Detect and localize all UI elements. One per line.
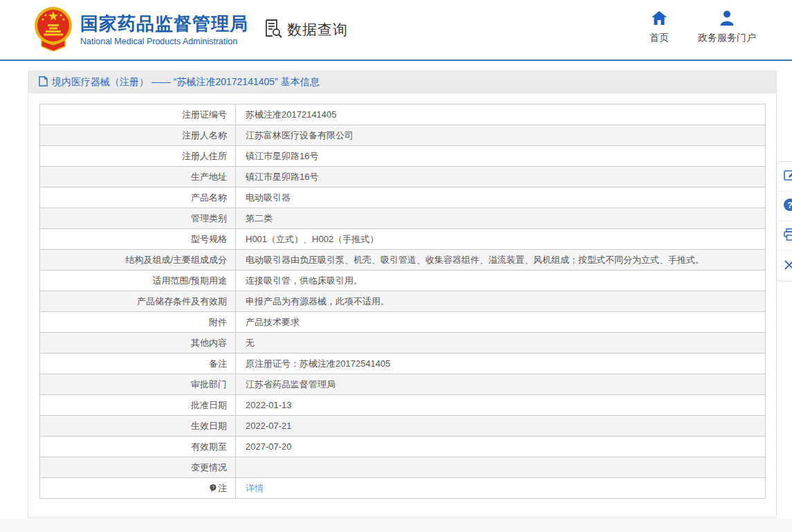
- data-query-label: 数据查询: [287, 20, 348, 39]
- table-row: 注册人名称 江苏富林医疗设备有限公司: [40, 125, 766, 146]
- data-query-title: 数据查询: [263, 18, 348, 42]
- table-row: 注册人住所 镇江市星卯路16号: [40, 146, 766, 167]
- field-label: 其他内容: [40, 333, 236, 354]
- field-value: 镇江市星卯路16号: [236, 146, 766, 167]
- field-label: 产品名称: [40, 187, 236, 208]
- table-row: 注册证编号 苏械注准20172141405: [40, 104, 766, 125]
- table-row: 附件 产品技术要求: [40, 312, 766, 333]
- field-value: 电动吸引器: [236, 187, 766, 208]
- field-label: 生效日期: [40, 416, 236, 437]
- top-nav: 首页 政务服务门户: [650, 10, 756, 44]
- side-toolbar: ?: [776, 161, 792, 282]
- field-value: 第二类: [236, 208, 766, 229]
- field-value: 苏械注准20172141405: [236, 104, 766, 125]
- field-value: 无: [236, 333, 766, 354]
- field-label: 生产地址: [40, 167, 236, 187]
- table-row: 型号规格 H001（立式）、H002（手推式）: [40, 229, 766, 250]
- table-row: 有效期至 2027-07-20: [40, 437, 766, 457]
- edit-icon: [783, 168, 792, 185]
- field-label: 批准日期: [40, 395, 236, 416]
- field-value: 原注册证号：苏械注准20172541405: [236, 354, 766, 374]
- table-row: 产品名称 电动吸引器: [40, 187, 766, 208]
- field-label: 备注: [40, 354, 236, 374]
- field-label: 结构及组成/主要组成成分: [40, 250, 236, 270]
- field-label: 注册人名称: [40, 125, 236, 146]
- table-row: 变更情况: [40, 457, 766, 478]
- table-row: 生效日期 2022-07-21: [40, 416, 766, 437]
- field-value: 2022-07-21: [236, 416, 766, 437]
- field-value: 2027-07-20: [236, 437, 766, 457]
- page: 国家药品监督管理局 National Medical Products Admi…: [0, 0, 792, 532]
- table-row: 批准日期 2022-01-13: [40, 395, 766, 416]
- svg-text:?: ?: [787, 200, 792, 210]
- field-value: 2022-01-13: [236, 395, 766, 416]
- national-emblem-logo: [33, 6, 73, 54]
- breadcrumb-text: 境内医疗器械（注册） —— “苏械注准20172141405” 基本信息: [52, 76, 320, 89]
- table-row: 备注 原注册证号：苏械注准20172541405: [40, 354, 766, 374]
- field-value: 产品技术要求: [236, 312, 766, 333]
- org-name-cn: 国家药品监督管理局: [80, 13, 248, 35]
- content-box: 境内医疗器械（注册） —— “苏械注准20172141405” 基本信息 注册证…: [28, 71, 777, 518]
- field-label: 注册证编号: [40, 104, 236, 125]
- brand-text: 国家药品监督管理局 National Medical Products Admi…: [80, 13, 248, 46]
- field-value: 申报产品为有源器械，此项不适用。: [236, 291, 766, 312]
- user-icon: [719, 10, 735, 28]
- field-label: 注册人住所: [40, 146, 236, 167]
- field-value: 电动吸引器由负压吸引泵、机壳、吸引管道、收集容器组件、溢流装置、风机组成；按型式…: [236, 250, 766, 270]
- nav-home[interactable]: 首页: [650, 10, 669, 44]
- print-icon: [783, 228, 792, 244]
- table-row: ? 注 详情: [40, 478, 766, 499]
- nav-portal[interactable]: 政务服务门户: [698, 10, 756, 44]
- nav-home-label: 首页: [650, 32, 669, 44]
- field-label: 有效期至: [40, 437, 236, 457]
- nav-portal-label: 政务服务门户: [698, 32, 756, 44]
- field-value: 详情: [236, 478, 766, 499]
- field-value: [236, 457, 766, 478]
- page-bottom-strip: [0, 519, 792, 532]
- close-button[interactable]: [777, 251, 792, 281]
- page-icon: [39, 76, 48, 89]
- note-balloon-icon: ?: [210, 484, 217, 494]
- field-label: 管理类别: [40, 208, 236, 229]
- field-value: 镇江市星卯路16号: [236, 167, 766, 187]
- table-row: 生产地址 镇江市星卯路16号: [40, 167, 766, 187]
- edit-button[interactable]: [777, 162, 792, 192]
- home-icon: [651, 10, 667, 28]
- field-label: ? 注: [40, 478, 236, 499]
- print-button[interactable]: [777, 221, 792, 251]
- field-label: 适用范围/预期用途: [40, 270, 236, 291]
- org-name-en: National Medical Products Administration: [80, 37, 248, 46]
- field-value: 江苏省药品监督管理局: [236, 374, 766, 395]
- table-row: 管理类别 第二类: [40, 208, 766, 229]
- field-value: 江苏富林医疗设备有限公司: [236, 125, 766, 146]
- help-icon: ?: [783, 198, 792, 214]
- document-search-icon: [263, 18, 284, 42]
- breadcrumb: 境内医疗器械（注册） —— “苏械注准20172141405” 基本信息: [28, 71, 776, 93]
- table-row: 产品储存条件及有效期 申报产品为有源器械，此项不适用。: [40, 291, 766, 312]
- site-header: 国家药品监督管理局 National Medical Products Admi…: [0, 0, 792, 61]
- field-value: 连接吸引管，供临床吸引用。: [236, 270, 766, 291]
- registration-info-table: 注册证编号 苏械注准20172141405 注册人名称 江苏富林医疗设备有限公司…: [39, 104, 766, 499]
- table-row: 其他内容 无: [40, 333, 766, 354]
- field-label: 变更情况: [40, 457, 236, 478]
- table-row: 审批部门 江苏省药品监督管理局: [40, 374, 766, 395]
- svg-text:?: ?: [212, 485, 214, 490]
- table-row: 适用范围/预期用途 连接吸引管，供临床吸引用。: [40, 270, 766, 291]
- table-row: 结构及组成/主要组成成分 电动吸引器由负压吸引泵、机壳、吸引管道、收集容器组件、…: [40, 250, 766, 270]
- field-value: H001（立式）、H002（手推式）: [236, 229, 766, 250]
- close-icon: [783, 259, 792, 274]
- help-button[interactable]: ?: [777, 192, 792, 221]
- field-label: 附件: [40, 312, 236, 333]
- field-label: 产品储存条件及有效期: [40, 291, 236, 312]
- field-label: 审批部门: [40, 374, 236, 395]
- field-label: 型号规格: [40, 229, 236, 250]
- brand: 国家药品监督管理局 National Medical Products Admi…: [33, 6, 248, 54]
- detail-link[interactable]: 详情: [246, 483, 264, 493]
